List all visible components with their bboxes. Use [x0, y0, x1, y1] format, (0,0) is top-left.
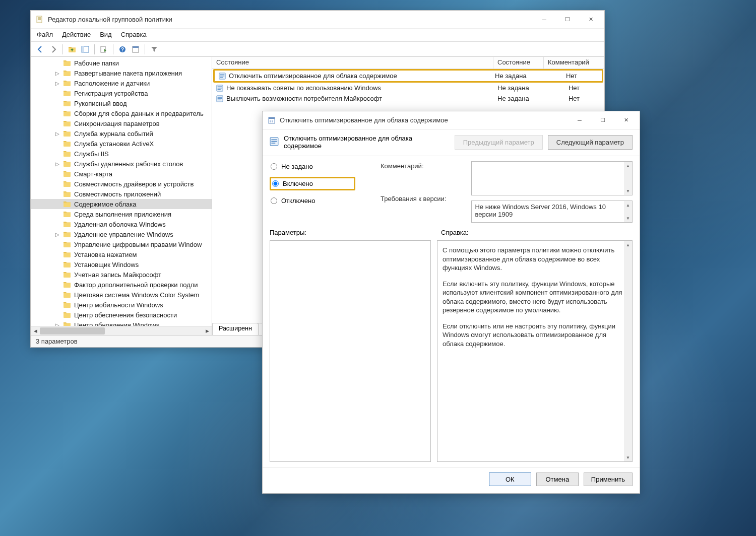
- tree-item[interactable]: Совместимость драйверов и устройств: [31, 179, 212, 189]
- tree-item[interactable]: Учетная запись Майкрософт: [31, 270, 212, 280]
- dialog-maximize-button[interactable]: ☐: [591, 112, 614, 128]
- cancel-button[interactable]: Отмена: [536, 473, 579, 486]
- tree-item[interactable]: ▷Расположение и датчики: [31, 78, 212, 88]
- tree-item[interactable]: Регистрация устройства: [31, 88, 212, 98]
- tree-item[interactable]: Удаленная оболочка Windows: [31, 219, 212, 229]
- help-button[interactable]: ?: [117, 44, 128, 55]
- tab-extended[interactable]: Расширенн: [212, 323, 259, 335]
- tree-item[interactable]: Центр обеспечения безопасности: [31, 310, 212, 320]
- comment-textbox[interactable]: ▲▼: [471, 161, 633, 195]
- close-button[interactable]: ✕: [579, 12, 602, 28]
- apply-button[interactable]: Применить: [584, 473, 633, 486]
- settings-list[interactable]: Отключить оптимизированное для облака со…: [212, 69, 604, 104]
- tree-item-label: Цветовая система Windows Color System: [74, 291, 199, 299]
- forward-button[interactable]: [48, 44, 59, 55]
- expand-icon[interactable]: ▷: [54, 322, 61, 326]
- tree-item[interactable]: Смарт-карта: [31, 169, 212, 179]
- scroll-down-icon[interactable]: ▼: [624, 214, 632, 222]
- tree-item[interactable]: Рукописный ввод: [31, 98, 212, 108]
- folder-icon: [63, 220, 71, 228]
- expand-icon[interactable]: ▷: [54, 131, 61, 137]
- tree-item[interactable]: Служба установки ActiveX: [31, 139, 212, 149]
- scroll-down-icon[interactable]: ▼: [624, 453, 632, 461]
- toolbar: ?: [31, 42, 604, 57]
- next-setting-button[interactable]: Следующий параметр: [548, 135, 633, 150]
- tree-item-label: Совместимость приложений: [74, 190, 161, 198]
- folder-icon: [63, 170, 71, 178]
- folder-icon: [63, 99, 71, 107]
- tree-item-label: Центр обеспечения безопасности: [74, 311, 177, 319]
- filter-button[interactable]: [149, 44, 160, 55]
- scroll-left-button[interactable]: ◀: [31, 327, 40, 335]
- folder-icon: [63, 200, 71, 208]
- back-button[interactable]: [35, 44, 46, 55]
- folder-icon: [63, 79, 71, 87]
- h-scroll-thumb[interactable]: [40, 327, 105, 334]
- scroll-up-icon[interactable]: ▲: [624, 162, 632, 170]
- dialog-minimize-button[interactable]: ─: [568, 112, 591, 128]
- version-label: Требования к версии:: [381, 195, 446, 203]
- tree-item[interactable]: Центр мобильности Windows: [31, 300, 212, 310]
- scroll-down-icon[interactable]: ▼: [624, 187, 632, 195]
- radio-disabled[interactable]: Отключено: [270, 195, 355, 206]
- tree-item[interactable]: ▷Службы удаленных рабочих столов: [31, 159, 212, 169]
- ok-button[interactable]: ОК: [489, 473, 531, 486]
- menu-help[interactable]: Справка: [121, 31, 147, 38]
- tree-item[interactable]: Сборки для сбора данных и предваритель: [31, 108, 212, 118]
- tree-item[interactable]: Совместимость приложений: [31, 189, 212, 199]
- setting-state: Не задана: [493, 95, 544, 102]
- col-name[interactable]: Состояние: [212, 57, 493, 69]
- export-button[interactable]: [98, 44, 109, 55]
- status-text: 3 параметров: [36, 338, 78, 345]
- tree-item[interactable]: ▷Центр обновления Windows: [31, 320, 212, 326]
- tree-item[interactable]: Установка нажатием: [31, 249, 212, 259]
- list-row[interactable]: Выключить возможности потребителя Майкро…: [212, 93, 604, 104]
- setting-comment: Нет: [541, 72, 602, 80]
- tree-view[interactable]: Рабочие папки▷Развертывание пакета прило…: [31, 57, 212, 326]
- prev-setting-button[interactable]: Предыдущий параметр: [455, 135, 543, 150]
- scroll-up-icon[interactable]: ▲: [624, 201, 632, 209]
- col-comment[interactable]: Комментарий: [544, 57, 604, 69]
- maximize-button[interactable]: ☐: [556, 12, 579, 28]
- col-state[interactable]: Состояние: [493, 57, 544, 69]
- tree-item[interactable]: Цветовая система Windows Color System: [31, 290, 212, 300]
- tree-item[interactable]: Управление цифровыми правами Window: [31, 239, 212, 249]
- minimize-button[interactable]: ─: [533, 12, 556, 28]
- tree-item[interactable]: Установщик Windows: [31, 259, 212, 270]
- help-panel[interactable]: С помощью этого параметра политики можно…: [437, 240, 633, 462]
- tree-item[interactable]: ▷Удаленное управление Windows: [31, 229, 212, 239]
- tree-item[interactable]: ▷Служба журнала событий: [31, 128, 212, 139]
- tree-item-label: Синхронизация параметров: [74, 120, 160, 127]
- dialog-close-button[interactable]: ✕: [614, 112, 638, 128]
- list-row[interactable]: Не показывать советы по использованию Wi…: [212, 83, 604, 93]
- setting-label: Выключить возможности потребителя Майкро…: [226, 95, 382, 102]
- list-row[interactable]: Отключить оптимизированное для облака со…: [215, 71, 602, 81]
- expand-icon[interactable]: ▷: [54, 232, 61, 237]
- params-panel[interactable]: [270, 240, 431, 462]
- radio-enabled[interactable]: Включено: [270, 177, 355, 190]
- tree-item[interactable]: Содержимое облака: [31, 199, 212, 209]
- tree-item[interactable]: ▷Развертывание пакета приложения: [31, 68, 212, 78]
- tree-item[interactable]: Службы IIS: [31, 149, 212, 159]
- expand-icon[interactable]: ▷: [54, 161, 61, 167]
- menu-action[interactable]: Действие: [62, 31, 91, 38]
- tree-item[interactable]: Рабочие папки: [31, 58, 212, 68]
- tree-h-scrollbar[interactable]: ◀ ▶: [31, 326, 212, 335]
- tree-item[interactable]: Среда выполнения приложения: [31, 209, 212, 219]
- tree-item[interactable]: Синхронизация параметров: [31, 118, 212, 128]
- expand-icon[interactable]: ▷: [54, 81, 61, 86]
- scroll-up-icon[interactable]: ▲: [624, 241, 632, 249]
- expand-icon[interactable]: ▷: [54, 71, 61, 76]
- menubar: Файл Действие Вид Справка: [31, 29, 604, 42]
- scroll-right-button[interactable]: ▶: [203, 327, 212, 335]
- tree-item[interactable]: Фактор дополнительной проверки подли: [31, 280, 212, 290]
- tree-item-label: Рабочие папки: [74, 59, 119, 67]
- help-label: Справка:: [441, 229, 469, 236]
- properties-button[interactable]: [130, 44, 141, 55]
- radio-not-configured[interactable]: Не задано: [270, 161, 355, 172]
- show-hide-tree-button[interactable]: [80, 44, 91, 55]
- menu-file[interactable]: Файл: [37, 31, 53, 38]
- up-folder-button[interactable]: [67, 44, 78, 55]
- menu-view[interactable]: Вид: [100, 31, 112, 38]
- folder-icon: [63, 311, 71, 319]
